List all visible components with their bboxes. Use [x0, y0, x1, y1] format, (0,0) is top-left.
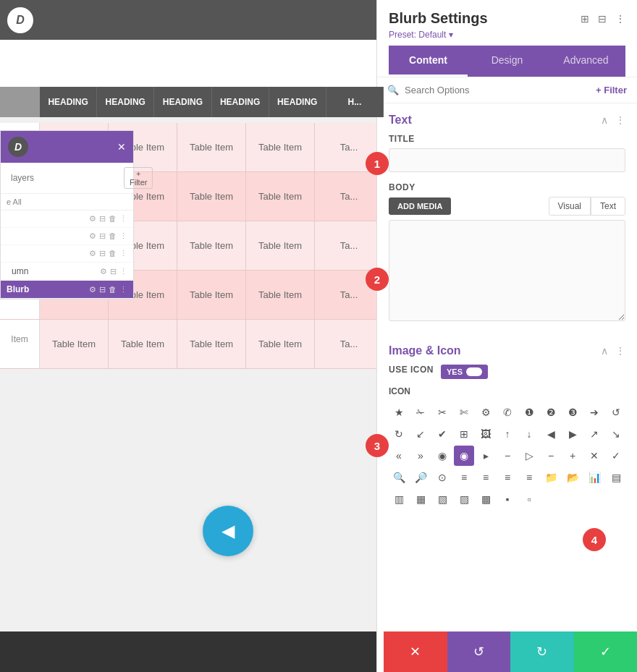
icon-list[interactable]: ≡: [476, 467, 496, 488]
delete-icon[interactable]: 🗑: [109, 249, 117, 258]
gear-icon[interactable]: ⚙: [89, 214, 96, 224]
icon-circle-dot[interactable]: ⊙: [432, 467, 452, 488]
gear-icon[interactable]: ⚙: [100, 267, 107, 276]
filter-options-button[interactable]: + Filter: [596, 85, 627, 95]
image-icon-section-header[interactable]: Image & Icon ∧ ⋮: [377, 334, 637, 365]
icon-arrow-right[interactable]: ➔: [584, 402, 604, 422]
icon-menu[interactable]: ≡: [454, 467, 474, 488]
icon-list2[interactable]: ≡: [497, 467, 518, 488]
chevron-up-icon[interactable]: ∧: [601, 345, 608, 357]
more-icon[interactable]: ⋮: [615, 345, 625, 357]
icon-play-tri[interactable]: ▷: [519, 446, 539, 466]
icon-check-circle[interactable]: ✔: [432, 424, 452, 444]
icon-minus[interactable]: −: [541, 446, 561, 466]
preset-dropdown[interactable]: ▾: [449, 30, 453, 40]
more-icon[interactable]: ⋮: [119, 231, 127, 241]
icon-arrow-sw[interactable]: ↙: [410, 424, 431, 444]
duplicate-icon[interactable]: ⊟: [99, 231, 106, 241]
icon-arrow-right2[interactable]: ▶: [562, 424, 583, 444]
search-options-input[interactable]: [405, 85, 590, 95]
save-button[interactable]: ✓: [574, 631, 638, 672]
more-icon[interactable]: ⋮: [119, 214, 127, 224]
icon-arrow-se[interactable]: ↘: [606, 424, 626, 444]
layer-item-2[interactable]: ⚙ ⊟ 🗑 ⋮: [1, 228, 133, 245]
layer-item-3[interactable]: ⚙ ⊟ 🗑 ⋮: [1, 245, 133, 263]
duplicate-icon[interactable]: ⊟: [99, 214, 106, 224]
text-section-header[interactable]: Text ∧ ⋮: [377, 103, 637, 134]
icon-gear[interactable]: ⚙: [476, 402, 496, 422]
redo-button[interactable]: ↻: [510, 631, 574, 672]
icon-scissors3[interactable]: ✄: [454, 402, 474, 422]
more-options-icon[interactable]: ⋮: [615, 13, 625, 25]
icon-star[interactable]: ★: [389, 402, 409, 422]
icon-align-right[interactable]: ▦: [410, 489, 431, 509]
duplicate-icon[interactable]: ⊟: [99, 285, 106, 294]
icon-redo[interactable]: ↻: [389, 424, 409, 444]
title-input[interactable]: [389, 148, 625, 172]
icon-phone[interactable]: ✆: [497, 402, 518, 422]
icon-align-center[interactable]: ▥: [389, 489, 409, 509]
icon-arrow-left2[interactable]: ◀: [541, 424, 561, 444]
icon-radio[interactable]: ◉: [432, 446, 452, 466]
back-button[interactable]: ◀: [203, 506, 253, 556]
cancel-button[interactable]: ✕: [384, 631, 447, 672]
use-icon-toggle[interactable]: YES: [441, 365, 488, 379]
gear-icon[interactable]: ⚙: [89, 249, 96, 258]
undo-button[interactable]: ↺: [447, 631, 511, 672]
layer-item-1[interactable]: ⚙ ⊟ 🗑 ⋮: [1, 210, 133, 228]
icon-grid2[interactable]: ▧: [432, 489, 452, 509]
icon-radio-selected[interactable]: ◉: [454, 446, 474, 466]
icon-bar-chart[interactable]: 📊: [584, 467, 604, 488]
gear-icon[interactable]: ⚙: [89, 231, 96, 241]
duplicate-icon[interactable]: ⊟: [110, 267, 117, 276]
icon-resize2[interactable]: ▩: [476, 489, 496, 509]
more-icon[interactable]: ⋮: [119, 285, 127, 294]
layer-item-blurb[interactable]: Blurb ⚙ ⊟ 🗑 ⋮: [1, 281, 133, 299]
icon-resize1[interactable]: ▨: [454, 489, 474, 509]
icon-arrow-ne[interactable]: ↗: [584, 424, 604, 444]
layers-search-input[interactable]: [11, 173, 119, 183]
icon-arrow-up[interactable]: ↑: [497, 424, 518, 444]
add-media-button[interactable]: ADD MEDIA: [389, 197, 451, 215]
gear-icon[interactable]: ⚙: [89, 285, 96, 294]
icon-dbl-right[interactable]: »: [410, 446, 431, 466]
fullscreen-icon[interactable]: ⊞: [581, 13, 589, 25]
delete-icon[interactable]: 🗑: [109, 231, 117, 241]
tab-design[interactable]: Design: [468, 46, 547, 77]
icon-dbl-left[interactable]: «: [389, 446, 409, 466]
icon-folder2[interactable]: 📂: [562, 467, 583, 488]
icon-zoom-out[interactable]: 🔎: [410, 467, 431, 488]
tab-content[interactable]: Content: [389, 46, 468, 77]
icon-zoom-in[interactable]: 🔍: [389, 467, 409, 488]
icon-resize4[interactable]: ▫: [519, 489, 539, 509]
icon-check[interactable]: ✓: [606, 446, 626, 466]
more-icon[interactable]: ⋮: [615, 114, 625, 126]
icon-align-left[interactable]: ▤: [606, 467, 626, 488]
chevron-up-icon[interactable]: ∧: [601, 114, 608, 126]
icon-folder[interactable]: 📁: [541, 467, 561, 488]
layer-item-column[interactable]: umn ⚙ ⊟ ⋮: [1, 263, 133, 281]
duplicate-icon[interactable]: ⊟: [99, 249, 106, 258]
icon-play-right[interactable]: ▸: [476, 446, 496, 466]
visual-view-button[interactable]: Visual: [549, 197, 591, 216]
icon-circle2[interactable]: ❷: [541, 402, 561, 422]
icon-scissors1[interactable]: ✁: [410, 402, 431, 422]
icon-image[interactable]: 🖼: [476, 424, 496, 444]
more-icon[interactable]: ⋮: [119, 249, 127, 258]
text-view-button[interactable]: Text: [591, 197, 625, 216]
icon-arrow-down[interactable]: ↓: [519, 424, 539, 444]
icon-grid1[interactable]: ⊞: [454, 424, 474, 444]
icon-plus[interactable]: +: [562, 446, 583, 466]
icon-circle3[interactable]: ❸: [562, 402, 583, 422]
tab-advanced[interactable]: Advanced: [547, 46, 625, 77]
body-textarea[interactable]: [389, 220, 625, 321]
icon-circle1[interactable]: ❶: [519, 402, 539, 422]
layers-close-button[interactable]: ✕: [117, 141, 126, 153]
icon-undo[interactable]: ↺: [606, 402, 626, 422]
icon-scissors2[interactable]: ✂: [432, 402, 452, 422]
split-icon[interactable]: ⊟: [598, 13, 607, 25]
more-icon[interactable]: ⋮: [119, 267, 127, 276]
icon-close[interactable]: ✕: [584, 446, 604, 466]
icon-list3[interactable]: ≡: [519, 467, 539, 488]
layers-filter-button[interactable]: + Filter: [124, 167, 153, 189]
